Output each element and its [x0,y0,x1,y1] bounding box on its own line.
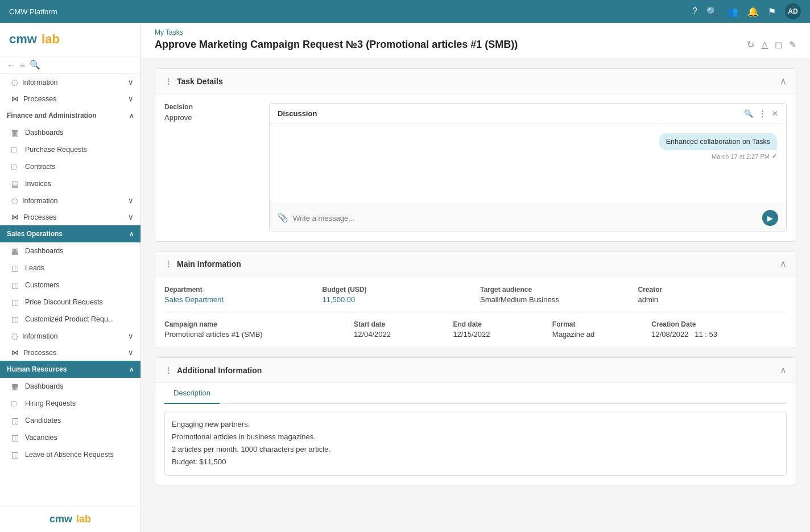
discussion-title: Discussion [278,109,317,118]
breadcrumb[interactable]: My Tasks [155,28,796,36]
comment-icon[interactable]: ◻ [775,39,782,50]
processes-fin-label: Processes [23,213,56,221]
drag-handle-icon[interactable]: ⋮ [164,77,172,86]
vacancies-icon: ◫ [11,433,20,442]
sidebar-menu-icon[interactable]: ≡ [20,60,25,70]
section-finance[interactable]: Finance and Administration ∧ [0,107,140,124]
users-icon[interactable]: 👥 [727,6,738,17]
topbar-icons: ? 🔍 👥 🔔 ⚑ AD [692,3,801,19]
main-information-card: ⋮ Main Information ∧ Department Sales De… [155,251,796,348]
drag-handle-icon-2[interactable]: ⋮ [164,259,172,269]
drag-handle-icon-3[interactable]: ⋮ [164,366,172,375]
field-creation-date: Creation Date 12/08/2022 11 : 53 [651,320,787,339]
sidebar-back-icon[interactable]: ← [7,60,15,70]
department-value: Sales Department [164,295,313,304]
section-sales[interactable]: Sales Operations ∧ [0,225,140,242]
price-discount-label: Price Discount Requests [25,298,103,306]
sidebar-item-processes-sales[interactable]: ⋈ Processes ∨ [0,344,140,361]
field-creator: Creator admin [638,286,787,304]
sidebar-item-processes-fin[interactable]: ⋈ Processes ∨ [0,209,140,225]
field-campaign-name: Campaign name Promotional articles #1 (S… [164,320,345,339]
target-audience-label: Target audience [480,286,629,294]
vacancies-label: Vacancies [25,434,57,442]
sidebar-item-customers[interactable]: ◫ Customers [0,277,140,294]
field-format: Format Magazine ad [552,320,642,339]
chevron-down-icon-6: ∨ [128,348,134,357]
sidebar-search-icon[interactable]: 🔍 [30,60,40,70]
section-finance-chevron: ∧ [129,112,134,119]
message-input[interactable] [293,214,758,222]
creation-date-label: Creation Date [651,320,787,328]
chevron-down-icon: ∨ [128,78,134,86]
discussion-search-icon[interactable]: 🔍 [744,109,753,118]
collapse-icon-3[interactable]: ∧ [780,365,787,376]
edit-icon[interactable]: ✎ [789,39,796,50]
department-label: Department [164,286,313,294]
collapse-icon[interactable]: ∧ [780,76,787,86]
sidebar-item-vacancies[interactable]: ◫ Vacancies [0,429,140,446]
attach-icon[interactable]: 📎 [278,213,288,223]
invoices-label: Invoices [25,180,51,188]
dashboards-fin-label: Dashboards [25,129,63,137]
sidebar-item-dashboards-fin[interactable]: ▦ Dashboards [0,124,140,141]
dashboards-fin-icon: ▦ [11,128,20,137]
section-sales-label: Sales Operations [7,230,63,238]
sidebar-item-processes-top[interactable]: ⋈ Processes ∨ [0,90,140,107]
campaign-name-label: Campaign name [164,320,345,328]
leave-requests-icon: ◫ [11,450,20,459]
tab-description[interactable]: Description [164,383,220,404]
task-details-title: Task Details [177,77,223,86]
sidebar-item-customized-product[interactable]: ◫ Customized Product Requ... [0,311,140,328]
refresh-icon[interactable]: ↻ [747,39,754,50]
information-sales-label: Information [22,332,58,340]
section-finance-label: Finance and Administration [7,112,97,119]
alert-icon[interactable]: △ [761,39,768,50]
section-hr-chevron: ∧ [129,366,134,373]
processes-top-icon: ⋈ [11,94,19,103]
collapse-icon-2[interactable]: ∧ [780,258,787,269]
budget-value: 11,500.00 [323,295,472,304]
sidebar-item-purchase-requests[interactable]: □ Purchase Requests [0,141,140,158]
main-info-card-header: ⋮ Main Information ∧ [155,251,796,277]
decision-label: Decision [164,103,255,111]
sidebar-item-information-sales[interactable]: ◌ Information ∨ [0,328,140,344]
bell-icon[interactable]: 🔔 [747,6,759,17]
sidebar-item-dashboards-hr[interactable]: ▦ Dashboards [0,378,140,395]
send-button[interactable]: ▶ [762,210,778,226]
check-icon: ✓ [772,152,777,160]
avatar[interactable]: AD [785,3,801,19]
field-target-audience: Target audience Small/Medium Business [480,286,629,304]
discussion-more-icon[interactable]: ⋮ [759,109,766,118]
discussion-messages: Enhanced collaboration on Tasks March 17… [270,124,786,204]
additional-information-card: ⋮ Additional Information ∧ Description E… [155,357,796,485]
sidebar-item-invoices[interactable]: ▤ Invoices [0,175,140,192]
processes-sales-icon: ⋈ [11,348,19,357]
bottom-logo-cmw: cmw [49,513,72,525]
sidebar-item-dashboards-sales[interactable]: ▦ Dashboards [0,242,140,259]
sidebar-item-contracts[interactable]: □ Contracts [0,158,140,175]
leads-icon: ◫ [11,263,20,273]
sidebar-item-candidates[interactable]: ◫ Candidates [0,412,140,429]
sidebar-item-information-fin[interactable]: ◌ Information ∨ [0,192,140,209]
topbar-title: CMW Platform [9,7,57,16]
dashboards-sales-label: Dashboards [25,247,63,255]
message-bubble: Enhanced collaboration on Tasks [659,133,777,150]
sidebar-item-information-top[interactable]: ◌ Information ∨ [0,74,140,90]
flag-icon[interactable]: ⚑ [768,6,776,17]
sidebar-item-leads[interactable]: ◫ Leads [0,259,140,277]
information-fin-label: Information [22,197,58,205]
discussion-header-icons: 🔍 ⋮ ✕ [744,109,778,118]
sidebar-item-price-discount[interactable]: ◫ Price Discount Requests [0,294,140,311]
field-department: Department Sales Department [164,286,313,304]
chevron-down-icon-4: ∨ [128,213,134,221]
dashboards-hr-icon: ▦ [11,382,20,391]
search-icon[interactable]: 🔍 [706,6,718,17]
section-hr[interactable]: Human Resources ∧ [0,361,140,378]
sidebar-item-leave-requests[interactable]: ◫ Leave of Absence Requests [0,446,140,463]
content-body: ⋮ Task Details ∧ Decision Approve Discus… [141,59,810,532]
discussion-close-icon[interactable]: ✕ [772,109,778,118]
customized-product-icon: ◫ [11,315,20,324]
sidebar-item-hiring-requests[interactable]: □ Hiring Requests [0,395,140,412]
help-icon[interactable]: ? [692,6,697,17]
info-grid-row2: Campaign name Promotional articles #1 (S… [164,320,787,339]
